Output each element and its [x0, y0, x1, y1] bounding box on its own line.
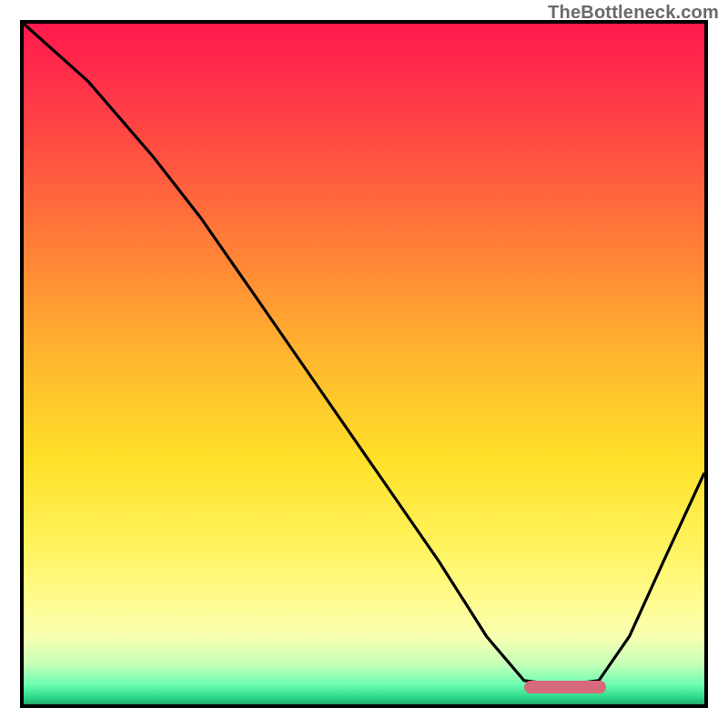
- plot-frame: [20, 20, 708, 708]
- bottleneck-curve: [24, 24, 704, 704]
- optimum-marker: [524, 681, 606, 693]
- curve-path: [24, 24, 704, 685]
